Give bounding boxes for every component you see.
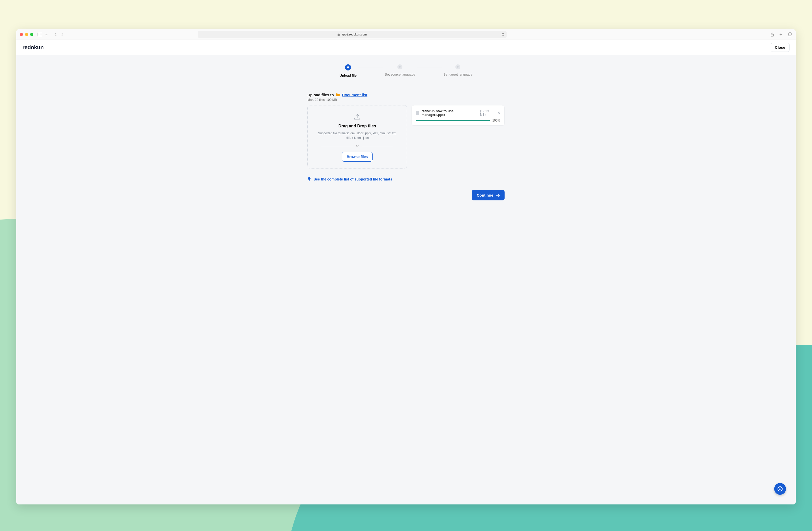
window-maximize-icon[interactable]	[30, 33, 33, 36]
upload-icon	[353, 114, 361, 120]
step-set-target-language: Set target language	[444, 64, 473, 76]
help-button[interactable]	[774, 483, 786, 495]
chevron-down-icon[interactable]	[44, 32, 49, 37]
step-set-source-language: Set source language	[385, 64, 415, 76]
new-tab-icon[interactable]	[778, 32, 783, 37]
step-connector	[417, 67, 442, 68]
svg-rect-6	[789, 33, 791, 35]
lock-icon	[337, 33, 340, 36]
svg-rect-10	[309, 180, 310, 181]
stepper: Upload file Set source language Set targ…	[339, 64, 473, 77]
dropzone[interactable]: Drag and Drop files Supported file forma…	[307, 105, 407, 168]
browse-files-button[interactable]: Browse files	[342, 152, 373, 162]
file-size: (12.19 MB)	[480, 109, 495, 116]
arrow-right-icon	[496, 193, 500, 197]
dropzone-formats: Supported file formats: idml, docx, pptx…	[315, 131, 399, 140]
nav-back-icon[interactable]	[53, 32, 58, 37]
continue-label: Continue	[477, 193, 493, 197]
continue-button[interactable]: Continue	[472, 190, 505, 201]
share-icon[interactable]	[770, 32, 775, 37]
svg-rect-2	[337, 34, 339, 36]
upload-section-title: Upload files to Document list	[307, 93, 505, 97]
remove-file-button[interactable]	[497, 111, 500, 114]
dropzone-or-divider: or	[321, 144, 393, 148]
window-close-icon[interactable]	[20, 33, 23, 36]
file-icon	[416, 111, 420, 115]
app-header: redokun Close	[16, 40, 796, 55]
window-controls	[20, 33, 33, 36]
window-minimize-icon[interactable]	[25, 33, 28, 36]
file-name: redokun-how-to-use-managers.pptx	[422, 109, 478, 117]
browser-toolbar: app2.redokun.com	[16, 29, 796, 40]
svg-rect-0	[38, 33, 42, 36]
upload-title-prefix: Upload files to	[307, 93, 334, 97]
step-upload-file: Upload file	[339, 64, 357, 77]
step-indicator-active-icon	[345, 64, 351, 71]
step-connector	[358, 67, 383, 68]
lifebuoy-icon	[777, 486, 783, 492]
svg-line-17	[779, 490, 780, 491]
uploaded-file-card: redokun-how-to-use-managers.pptx (12.19 …	[411, 105, 505, 126]
or-text: or	[356, 144, 359, 148]
svg-line-15	[779, 487, 780, 488]
dropzone-title: Drag and Drop files	[315, 124, 399, 129]
logo: redokun	[23, 44, 44, 51]
upload-progress-percent: 100%	[492, 119, 500, 122]
browser-window: app2.redokun.com redokun Close	[16, 29, 796, 504]
tabs-overview-icon[interactable]	[787, 32, 792, 37]
close-button[interactable]: Close	[771, 43, 790, 52]
folder-icon	[336, 93, 340, 97]
nav-forward-icon[interactable]	[60, 32, 65, 37]
step-label: Set target language	[444, 73, 473, 76]
url-bar[interactable]: app2.redokun.com	[198, 31, 507, 38]
step-label: Upload file	[339, 74, 357, 77]
step-label: Set source language	[385, 73, 415, 76]
sidebar-toggle-icon[interactable]	[37, 32, 42, 37]
upload-progress-bar	[416, 120, 490, 121]
app-content: redokun Close Upload file Set source lan…	[16, 40, 796, 504]
lightbulb-icon	[307, 177, 311, 181]
upload-limit-hint: Max. 20 files, 100 MB	[307, 98, 505, 102]
supported-formats-link[interactable]: See the complete list of supported file …	[314, 177, 392, 181]
document-list-link[interactable]: Document list	[342, 93, 367, 97]
step-indicator-icon	[397, 64, 403, 70]
url-text: app2.redokun.com	[342, 33, 367, 36]
refresh-icon[interactable]	[502, 33, 505, 36]
step-indicator-icon	[455, 64, 460, 70]
svg-line-16	[781, 487, 782, 488]
svg-line-18	[781, 490, 782, 491]
